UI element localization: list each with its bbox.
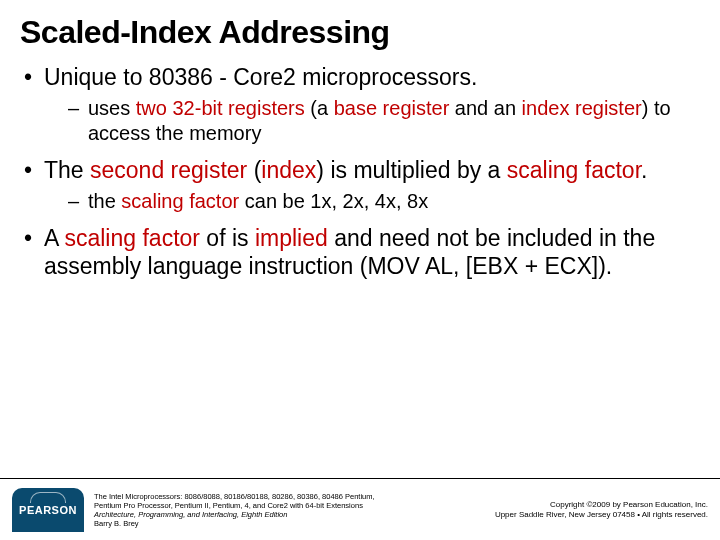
sub-bullet-2-1: the scaling factor can be 1x, 2x, 4x, 8x bbox=[44, 189, 700, 214]
sub-list-2: the scaling factor can be 1x, 2x, 4x, 8x bbox=[44, 189, 700, 214]
bullet-3: A scaling factor of is implied and need … bbox=[20, 224, 700, 282]
text: the bbox=[88, 190, 121, 212]
em-text: base register bbox=[334, 97, 450, 119]
text: ) is multiplied by a bbox=[316, 157, 506, 183]
copyright-line: Copyright ©2009 by Pearson Education, In… bbox=[495, 500, 708, 510]
slide-footer: PEARSON The Intel Microprocessors: 8086/… bbox=[0, 478, 720, 540]
text: ( bbox=[247, 157, 261, 183]
copyright-block: Copyright ©2009 by Pearson Education, In… bbox=[495, 500, 708, 520]
em-text: scaling factor bbox=[64, 225, 200, 251]
book-line: Architecture, Programming, and Interfaci… bbox=[94, 510, 485, 519]
text: and an bbox=[449, 97, 521, 119]
text: of is bbox=[200, 225, 255, 251]
book-line-em: Architecture, Programming, and Interfaci… bbox=[94, 510, 287, 519]
book-line: Barry B. Brey bbox=[94, 519, 485, 528]
bullet-2: The second register (index) is multiplie… bbox=[20, 156, 700, 214]
pearson-logo: PEARSON bbox=[12, 488, 84, 532]
text: . bbox=[641, 157, 647, 183]
em-text: scaling factor bbox=[121, 190, 239, 212]
text: can be 1x, 2x, 4x, 8x bbox=[239, 190, 428, 212]
slide: Scaled-Index Addressing Unique to 80386 … bbox=[0, 0, 720, 540]
bullet-1-text: Unique to 80386 - Core2 microprocessors. bbox=[44, 64, 477, 90]
text: The bbox=[44, 157, 90, 183]
copyright-line: Upper Saddle River, New Jersey 07458 • A… bbox=[495, 510, 708, 520]
text: uses bbox=[88, 97, 136, 119]
text: A bbox=[44, 225, 64, 251]
book-line: The Intel Microprocessors: 8086/8088, 80… bbox=[94, 492, 485, 501]
em-text: scaling factor bbox=[507, 157, 641, 183]
bullet-1: Unique to 80386 - Core2 microprocessors.… bbox=[20, 63, 700, 146]
slide-title: Scaled-Index Addressing bbox=[20, 14, 700, 51]
em-text: implied bbox=[255, 225, 328, 251]
em-text: index register bbox=[522, 97, 642, 119]
book-citation: The Intel Microprocessors: 8086/8088, 80… bbox=[94, 492, 485, 528]
sub-list-1: uses two 32-bit registers (a base regist… bbox=[44, 96, 700, 146]
em-text: two 32-bit registers bbox=[136, 97, 305, 119]
book-line: Pentium Pro Processor, Pentium II, Penti… bbox=[94, 501, 485, 510]
em-text: index bbox=[261, 157, 316, 183]
em-text: second register bbox=[90, 157, 247, 183]
sub-bullet-1-1: uses two 32-bit registers (a base regist… bbox=[44, 96, 700, 146]
bullet-list: Unique to 80386 - Core2 microprocessors.… bbox=[20, 63, 700, 281]
text: (a bbox=[305, 97, 334, 119]
